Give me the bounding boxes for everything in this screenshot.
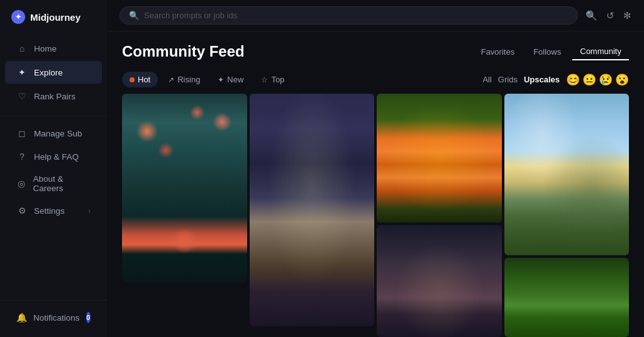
home-icon: ⌂ [16, 43, 28, 54]
search-topbar-icon[interactable]: 🔍 [586, 10, 597, 21]
sidebar-item-settings-label: Settings [34, 206, 65, 216]
app-name: Midjourney [30, 12, 80, 23]
top-icon: ☆ [261, 75, 268, 84]
search-icon: 🔍 [129, 11, 139, 20]
filter-hot[interactable]: Hot [122, 72, 158, 87]
filter-new-label: New [227, 75, 243, 84]
view-type-upscales[interactable]: Upscales [524, 75, 560, 84]
page-header: Community Feed Favorites Follows Communi… [107, 31, 644, 67]
image-bee[interactable] [377, 94, 502, 223]
view-type-all[interactable]: All [482, 75, 491, 84]
grid-column-3 [377, 94, 502, 337]
image-grid [107, 94, 644, 337]
sidebar-item-home-label: Home [34, 44, 57, 53]
search-bar[interactable]: 🔍 [119, 6, 578, 25]
search-input[interactable] [144, 11, 569, 20]
notifications-label: Notifications [33, 313, 80, 323]
bell-icon: 🔔 [16, 312, 27, 323]
filter-rising[interactable]: ↗ Rising [160, 72, 208, 87]
settings-chevron-icon: › [88, 207, 91, 214]
sidebar-item-home[interactable]: ⌂ Home [5, 37, 102, 60]
notifications-item[interactable]: 🔔 Notifications 0 [5, 306, 102, 329]
sidebar-item-manage-sub[interactable]: ◻ Manage Sub [5, 122, 102, 145]
sidebar-item-rank-pairs[interactable]: ♡ Rank Pairs [5, 85, 102, 108]
emoji-surprised[interactable]: 😮 [615, 73, 629, 87]
image-portrait[interactable] [377, 225, 502, 337]
tab-follows[interactable]: Follows [526, 44, 569, 60]
filter-hot-label: Hot [138, 75, 150, 84]
emoji-happy[interactable]: 😊 [566, 73, 580, 87]
grid-column-1 [122, 94, 247, 337]
magic-icon[interactable]: ✻ [623, 10, 631, 21]
sidebar-item-manage-sub-label: Manage Sub [34, 129, 82, 138]
sidebar-item-settings[interactable]: ⚙ Settings › [5, 199, 102, 222]
settings-icon: ⚙ [16, 205, 28, 216]
sidebar-bottom: 🔔 Notifications 0 [0, 300, 107, 337]
filter-top[interactable]: ☆ Top [253, 72, 292, 87]
sidebar-nav: ⌂ Home ✦ Explore ♡ Rank Pairs ◻ Manage S… [0, 34, 107, 300]
topbar: 🔍 🔍 ↺ ✻ [107, 0, 644, 31]
emoji-filters: 😊 😐 😢 😮 [566, 73, 629, 87]
about-icon: ◎ [16, 178, 27, 189]
topbar-icons: 🔍 ↺ ✻ [586, 10, 631, 21]
rank-pairs-icon: ♡ [16, 91, 28, 102]
help-icon: ? [16, 151, 28, 162]
logo-icon: ✦ [11, 10, 25, 24]
sidebar-item-rank-pairs-label: Rank Pairs [34, 92, 75, 101]
sidebar-item-help-faq[interactable]: ? Help & FAQ [5, 145, 102, 168]
image-forest-path[interactable] [122, 94, 247, 282]
tab-favorites[interactable]: Favorites [474, 44, 522, 60]
main-content: 🔍 🔍 ↺ ✻ Community Feed Favorites Follows… [107, 0, 644, 337]
view-type-grids[interactable]: Grids [498, 75, 518, 84]
filter-top-label: Top [271, 75, 284, 84]
refresh-icon[interactable]: ↺ [606, 10, 614, 21]
sidebar-item-about-careers-label: About & Careers [33, 174, 91, 193]
emoji-sad[interactable]: 😢 [599, 73, 613, 87]
image-green[interactable] [504, 258, 630, 337]
notification-badge: 0 [86, 312, 91, 323]
hot-dot-icon [130, 77, 135, 82]
filter-new[interactable]: ✦ New [210, 72, 251, 87]
image-dinosaur[interactable] [504, 94, 630, 255]
app-logo[interactable]: ✦ Midjourney [0, 0, 107, 34]
explore-icon: ✦ [16, 67, 28, 78]
sidebar-item-help-faq-label: Help & FAQ [34, 152, 79, 162]
manage-sub-icon: ◻ [16, 128, 28, 139]
sidebar-item-explore[interactable]: ✦ Explore [5, 61, 102, 84]
rising-icon: ↗ [168, 75, 174, 84]
feed-tabs: Favorites Follows Community [474, 43, 629, 60]
new-icon: ✦ [218, 75, 224, 84]
image-zeus[interactable] [250, 94, 375, 326]
filter-rising-label: Rising [177, 75, 200, 84]
emoji-neutral[interactable]: 😐 [582, 73, 596, 87]
tab-community[interactable]: Community [572, 43, 629, 60]
grid-column-2 [250, 94, 375, 337]
filter-right: All Grids Upscales 😊 😐 😢 😮 [482, 73, 629, 87]
sidebar: ✦ Midjourney ⌂ Home ✦ Explore ♡ Rank Pai… [0, 0, 107, 337]
page-title: Community Feed [122, 43, 245, 60]
sidebar-item-explore-label: Explore [34, 68, 63, 77]
grid-column-4 [504, 94, 630, 337]
sidebar-item-about-careers[interactable]: ◎ About & Careers [5, 168, 102, 199]
filter-bar: Hot ↗ Rising ✦ New ☆ Top All Grids Upsca… [107, 67, 644, 94]
